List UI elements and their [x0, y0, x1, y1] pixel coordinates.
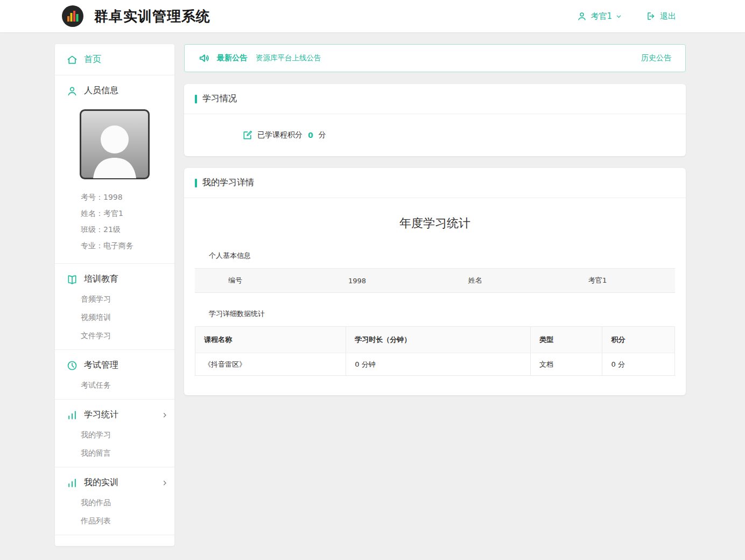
speaker-icon	[199, 52, 210, 64]
sidebar-item-exam-management[interactable]: 考试管理	[55, 353, 174, 376]
cell-course-name: 《抖音雷区》	[195, 353, 346, 375]
column-header-type: 类型	[531, 327, 603, 353]
basic-info-label: 个人基本信息	[209, 251, 675, 261]
sidebar-item-label: 培训教育	[84, 274, 118, 285]
sidebar-item-person-info[interactable]: 人员信息	[55, 75, 174, 106]
sidebar-item-video-training[interactable]: 视频培训	[55, 309, 174, 327]
sidebar-section-my-practice: 我的实训 我的作品 作品列表	[55, 467, 174, 535]
sidebar-section-training: 培训教育 音频学习 视频培训 文件学习	[55, 264, 174, 350]
sidebar-item-audio-study[interactable]: 音频学习	[55, 290, 174, 309]
basic-info-row: 编号 1998 姓名 考官1	[195, 268, 675, 293]
study-detail-table: 课程名称 学习时长（分钟） 类型 积分 《抖音雷区》 0 分钟 文档 0 分	[195, 326, 675, 376]
main-content: 最新公告 资源库平台上线公告 历史公告 学习情况 已学课程积分 0 分	[184, 44, 686, 395]
profile-major: 专业：电子商务	[55, 237, 174, 254]
person-info-block: 人员信息 考号：1998 姓名	[55, 75, 174, 264]
sidebar-item-exam-task[interactable]: 考试任务	[55, 376, 174, 395]
sidebar-item-label: 我的实训	[84, 477, 118, 488]
sidebar: 首页 人员信息	[55, 44, 174, 546]
credit-value: 0	[308, 131, 313, 139]
detail-stats-label: 学习详细数据统计	[209, 309, 675, 319]
logout-label: 退出	[660, 11, 676, 22]
history-announcements-link[interactable]: 历史公告	[641, 53, 671, 63]
sidebar-section-study-stats: 学习统计 我的学习 我的留言	[55, 400, 174, 467]
study-status-card: 学习情况 已学课程积分 0 分	[184, 84, 686, 156]
profile-class: 班级：21级	[55, 221, 174, 237]
avatar	[80, 109, 150, 181]
basic-info-name-label: 姓名	[435, 269, 555, 292]
sidebar-item-my-works[interactable]: 我的作品	[55, 494, 174, 512]
accent-bar	[195, 179, 197, 187]
table-row: 《抖音雷区》 0 分钟 文档 0 分	[195, 353, 674, 375]
credit-unit: 分	[319, 130, 326, 140]
clock-icon	[67, 360, 78, 371]
column-header-duration: 学习时长（分钟）	[346, 327, 531, 353]
chevron-down-icon	[616, 13, 622, 19]
brand: 群卓实训管理系统	[61, 4, 210, 28]
person-icon	[67, 86, 78, 96]
edit-icon	[242, 130, 253, 141]
book-icon	[67, 274, 78, 285]
logout-button[interactable]: 退出	[646, 11, 676, 22]
bar-chart-icon	[67, 478, 78, 488]
card-title: 我的学习详情	[202, 177, 254, 188]
sidebar-item-training[interactable]: 培训教育	[55, 267, 174, 290]
sidebar-item-label: 首页	[84, 54, 101, 65]
basic-info-name-value: 考官1	[555, 269, 675, 292]
chevron-right-icon	[161, 480, 168, 486]
credit-label: 已学课程积分	[257, 130, 303, 140]
column-header-course: 课程名称	[195, 327, 346, 353]
app-logo-icon	[61, 4, 85, 28]
sidebar-item-study-stats[interactable]: 学习统计	[55, 403, 174, 426]
chevron-right-icon	[161, 412, 168, 418]
page-footer: 版权所有 ©Copyright 2009 - 2020. 56sucai.com…	[0, 546, 745, 560]
profile-exam-no: 考号：1998	[55, 189, 174, 205]
sidebar-item-works-list[interactable]: 作品列表	[55, 512, 174, 530]
sidebar-item-label: 人员信息	[84, 85, 118, 96]
basic-info-id-value: 1998	[315, 269, 435, 292]
cell-type: 文档	[531, 353, 603, 375]
home-icon	[67, 54, 78, 65]
announcement-bar: 最新公告 资源库平台上线公告 历史公告	[184, 44, 686, 72]
logout-icon	[646, 11, 656, 21]
table-header-row: 课程名称 学习时长（分钟） 类型 积分	[195, 327, 674, 353]
basic-info-id-label: 编号	[195, 269, 315, 292]
study-detail-card: 我的学习详情 年度学习统计 个人基本信息 编号 1998 姓名 考官1 学习详细…	[184, 168, 686, 395]
annual-stats-title: 年度学习统计	[195, 215, 675, 232]
profile-name: 姓名：考官1	[55, 205, 174, 221]
sidebar-section-exam: 考试管理 考试任务	[55, 350, 174, 400]
sidebar-item-label: 考试管理	[84, 360, 118, 371]
top-header: 群卓实训管理系统 考官1 退出	[0, 0, 745, 32]
bar-chart-icon	[67, 410, 78, 421]
column-header-credit: 积分	[602, 327, 674, 353]
user-icon	[577, 11, 587, 21]
accent-bar	[195, 95, 197, 103]
announcement-link[interactable]: 资源库平台上线公告	[256, 53, 321, 63]
sidebar-item-label: 学习统计	[84, 409, 118, 421]
sidebar-item-home[interactable]: 首页	[55, 44, 174, 75]
cell-duration: 0 分钟	[346, 353, 531, 375]
sidebar-item-file-study[interactable]: 文件学习	[55, 327, 174, 345]
sidebar-item-my-study[interactable]: 我的学习	[55, 426, 174, 444]
user-menu[interactable]: 考官1	[577, 11, 622, 22]
app-title: 群卓实训管理系统	[94, 7, 210, 26]
latest-announcement-label: 最新公告	[217, 53, 247, 63]
sidebar-item-my-practice[interactable]: 我的实训	[55, 471, 174, 494]
sidebar-item-my-messages[interactable]: 我的留言	[55, 444, 174, 463]
cell-credit: 0 分	[602, 353, 674, 375]
user-name: 考官1	[591, 11, 612, 22]
card-title: 学习情况	[202, 93, 237, 104]
